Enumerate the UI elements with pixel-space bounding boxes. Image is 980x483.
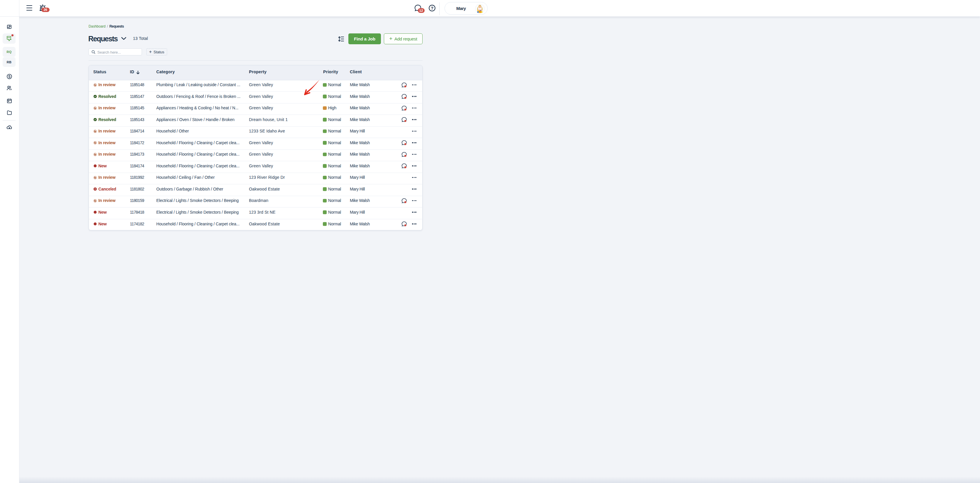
svg-text:?: ? (431, 6, 433, 11)
